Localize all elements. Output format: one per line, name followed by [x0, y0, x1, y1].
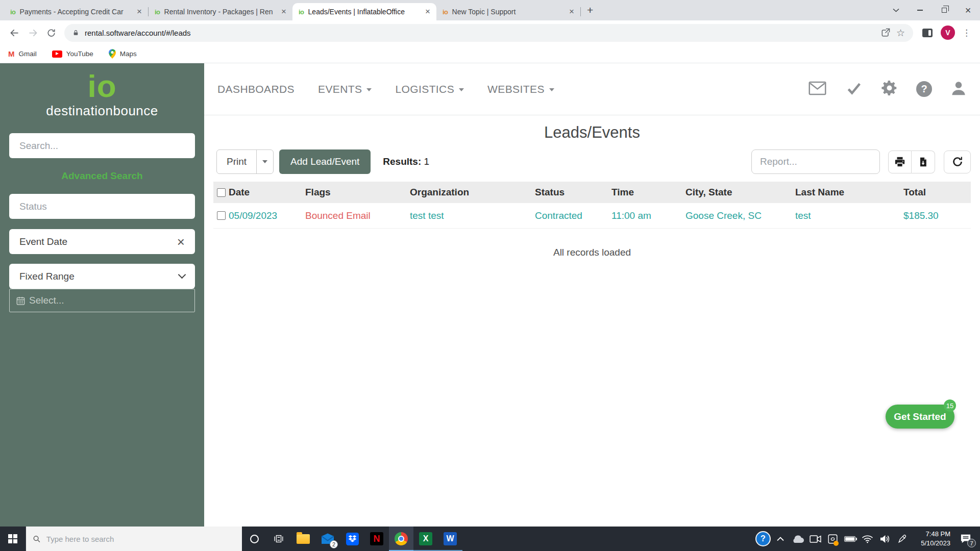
tab-rental-inventory[interactable]: io Rental Inventory - Packages | Ren × [149, 3, 292, 20]
table-row[interactable]: 05/09/2023 Bounced Email test test Contr… [213, 203, 971, 229]
cell-status[interactable]: Contracted [535, 210, 611, 221]
cell-city-state[interactable]: Goose Creek, SC [685, 210, 795, 221]
messages-icon[interactable] [808, 81, 827, 98]
col-date[interactable]: Date [229, 187, 305, 198]
bookmark-maps[interactable]: Maps [109, 49, 137, 59]
mail-badge: 2 [330, 540, 338, 548]
start-button[interactable] [0, 527, 26, 551]
tasks-check-icon[interactable] [845, 81, 863, 98]
taskbar-excel[interactable]: X [413, 527, 438, 551]
taskbar-word[interactable]: W [438, 527, 462, 551]
browser-menu-icon[interactable]: ⋮ [958, 28, 975, 38]
gmail-icon: M [8, 49, 15, 58]
tray-get-help[interactable]: ? [754, 527, 772, 551]
nav-events[interactable]: EVENTS [318, 83, 372, 95]
report-input[interactable] [751, 149, 880, 174]
action-center[interactable]: 7 [954, 527, 977, 551]
address-bar: rental.software/account/#/leads ☆ V ⋮ [0, 20, 980, 45]
print-dropdown-button[interactable] [256, 150, 273, 173]
status-filter-input[interactable] [9, 194, 195, 219]
print-button[interactable]: Print [217, 150, 256, 173]
help-icon[interactable]: ? [916, 81, 932, 97]
col-status[interactable]: Status [535, 187, 611, 198]
export-file-button[interactable] [912, 151, 935, 173]
tab-new-topic[interactable]: io New Topic | Support × [436, 3, 580, 20]
tab-leads-events-active[interactable]: io Leads/Events | InflatableOffice × [292, 3, 436, 20]
minimize-button[interactable] [908, 0, 932, 20]
get-started-button[interactable]: Get Started 15 [886, 405, 954, 429]
col-total[interactable]: Total [903, 187, 971, 198]
tray-volume[interactable] [876, 527, 893, 551]
taskbar-task-view[interactable] [266, 527, 291, 551]
bookmark-youtube[interactable]: YouTube [52, 50, 93, 58]
new-tab-button[interactable]: + [587, 4, 593, 16]
taskbar-file-explorer[interactable] [291, 527, 315, 551]
battery-icon [844, 536, 855, 542]
col-organization[interactable]: Organization [410, 187, 535, 198]
clear-filter-icon[interactable]: × [177, 235, 185, 248]
tray-onedrive[interactable] [789, 527, 806, 551]
col-last-name[interactable]: Last Name [795, 187, 903, 198]
cell-total[interactable]: $185.30 [903, 210, 971, 221]
bookmark-gmail[interactable]: M Gmail [8, 49, 37, 58]
back-button[interactable] [5, 23, 23, 42]
nav-websites[interactable]: WEBSITES [487, 83, 554, 95]
tab-close-icon[interactable]: × [135, 7, 144, 17]
taskbar-search[interactable] [26, 527, 242, 551]
tray-windows-ink[interactable] [893, 527, 911, 551]
col-city-state[interactable]: City, State [685, 187, 795, 198]
restore-button[interactable] [932, 0, 956, 20]
account-person-icon[interactable] [950, 80, 967, 98]
print-table-button[interactable] [888, 151, 912, 173]
url-field[interactable]: rental.software/account/#/leads ☆ [64, 24, 913, 42]
refresh-button[interactable] [944, 151, 971, 173]
bookmark-star-icon[interactable]: ☆ [896, 27, 905, 39]
tray-wifi[interactable] [859, 527, 876, 551]
tray-battery[interactable] [841, 527, 859, 551]
taskbar-chrome-active[interactable] [389, 527, 413, 551]
profile-avatar[interactable]: V [941, 26, 955, 40]
advanced-search-link[interactable]: Advanced Search [0, 170, 204, 182]
tray-sync-alert[interactable] [824, 527, 841, 551]
side-panel-icon[interactable] [922, 29, 933, 37]
sidebar-search-input[interactable] [9, 133, 195, 158]
cell-flags[interactable]: Bounced Email [305, 210, 410, 221]
camera-icon [810, 535, 821, 543]
share-icon[interactable] [880, 28, 891, 38]
nav-logistics[interactable]: LOGISTICS [395, 83, 464, 95]
date-picker-field[interactable]: Select... [9, 289, 195, 312]
taskbar-dropbox[interactable] [340, 527, 364, 551]
taskbar-netflix[interactable]: N [364, 527, 389, 551]
caret-down-icon [459, 88, 464, 91]
forward-button[interactable] [23, 23, 42, 42]
nav-dashboards[interactable]: DASHBOARDS [217, 83, 295, 95]
add-lead-event-button[interactable]: Add Lead/Event [279, 149, 371, 174]
tab-title: Payments - Accepting Credit Car [20, 8, 131, 16]
io-favicon: io [10, 8, 16, 16]
excel-icon: X [419, 532, 432, 545]
taskbar-cortana[interactable] [242, 527, 266, 551]
cell-time[interactable]: 11:00 am [611, 210, 685, 221]
row-checkbox[interactable] [217, 211, 226, 220]
close-button[interactable]: × [956, 0, 980, 20]
taskbar-search-input[interactable] [46, 535, 235, 543]
cell-date[interactable]: 05/09/2023 [229, 210, 305, 221]
tab-close-icon[interactable]: × [279, 7, 288, 17]
select-all-checkbox[interactable] [217, 188, 226, 197]
reload-button[interactable] [42, 23, 60, 42]
cell-organization[interactable]: test test [410, 210, 535, 221]
col-time[interactable]: Time [611, 187, 685, 198]
tray-show-hidden[interactable] [772, 527, 789, 551]
tab-payments[interactable]: io Payments - Accepting Credit Car × [4, 3, 148, 20]
taskbar-mail[interactable]: 2 [315, 527, 340, 551]
tab-close-icon[interactable]: × [423, 7, 432, 17]
range-select[interactable]: Fixed Range [9, 264, 195, 289]
taskbar-clock[interactable]: 7:48 PM 5/10/2023 [914, 530, 950, 548]
tab-close-icon[interactable]: × [567, 7, 576, 17]
cell-last-name[interactable]: test [795, 210, 903, 221]
event-date-filter[interactable]: Event Date × [9, 229, 195, 254]
tray-meet-now[interactable] [806, 527, 824, 551]
col-flags[interactable]: Flags [305, 187, 410, 198]
settings-gear-icon[interactable] [881, 80, 898, 98]
tab-search-chevron-icon[interactable] [884, 0, 908, 20]
